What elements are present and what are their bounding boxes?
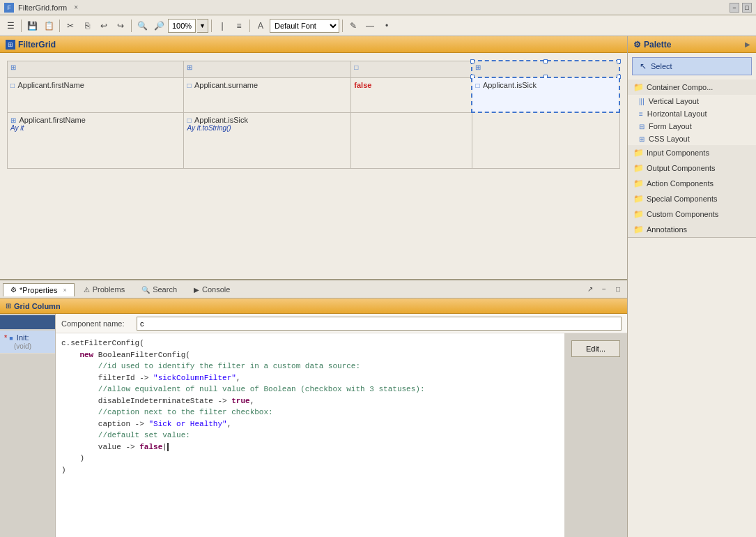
toolbar-draw-btn[interactable]: ✎ bbox=[346, 18, 361, 33]
action-folder-icon: 📁 bbox=[633, 179, 644, 188]
annotations-folder-icon: 📁 bbox=[633, 225, 644, 234]
toolbar-valign-btn[interactable]: ≡ bbox=[231, 18, 247, 33]
palette-select-button[interactable]: ↖ Select bbox=[632, 57, 752, 75]
toolbar-font-a-btn[interactable]: A bbox=[253, 18, 268, 33]
header-icon-3: □ bbox=[354, 63, 358, 71]
component-name-input[interactable] bbox=[137, 317, 622, 331]
toolbar-saveas-btn[interactable]: 📋 bbox=[41, 18, 56, 33]
header-cell-4-selected[interactable]: ⊞ bbox=[472, 61, 619, 77]
data-cell-2-2[interactable]: □ Applicant.isSick Ay it.toString() bbox=[184, 112, 351, 168]
code-line-11: ) bbox=[61, 453, 559, 464]
props-left-panel: * ■ Init: (void) bbox=[0, 314, 56, 537]
main-container: ⊞ FilterGrid ⊞ ⊞ □ ⊞ bbox=[0, 36, 756, 537]
cell-text-1-1: Applicant.firstName bbox=[18, 81, 84, 89]
cell-icon-2-2: □ bbox=[187, 116, 191, 124]
grid-data-row-2: ⊞ Applicant.firstName Ay it □ Applicant.… bbox=[8, 112, 620, 168]
custom-category-label: Custom Components bbox=[647, 210, 718, 218]
code-line-5: //allow equivalent of null value of Bool… bbox=[61, 384, 559, 395]
toolbar-cut-btn[interactable]: ✂ bbox=[63, 18, 78, 33]
toolbar-point-btn[interactable]: • bbox=[379, 18, 394, 33]
palette-title-text: Palette bbox=[644, 40, 671, 50]
panel-minimize-btn[interactable]: − bbox=[598, 283, 610, 296]
sep2 bbox=[59, 20, 60, 32]
title-close-icon[interactable]: × bbox=[74, 3, 78, 11]
section-header-title: Grid Column bbox=[14, 302, 61, 310]
input-category-header[interactable]: 📁 Input Components bbox=[628, 145, 756, 160]
toolbar-zoom-out-btn[interactable]: 🔎 bbox=[151, 18, 167, 33]
toolbar-menu-btn[interactable]: ☰ bbox=[3, 18, 18, 33]
props-item-init[interactable]: * ■ Init: (void) bbox=[0, 331, 55, 354]
code-line-4: filterId -> "sickColumnFilter", bbox=[61, 372, 559, 384]
panel-popout-btn[interactable]: ↗ bbox=[584, 283, 596, 296]
special-category-header[interactable]: 📁 Special Components bbox=[628, 191, 756, 206]
tab-problems[interactable]: ⚠ Problems bbox=[76, 282, 132, 296]
panel-maximize-btn[interactable]: □ bbox=[612, 283, 624, 296]
grid-header-row: ⊞ ⊞ □ ⊞ bbox=[8, 61, 620, 77]
sep5 bbox=[249, 20, 250, 32]
input-category-label: Input Components bbox=[647, 149, 709, 157]
zoom-dropdown[interactable]: ▼ bbox=[197, 19, 208, 33]
resize-handle-tl[interactable] bbox=[470, 59, 475, 63]
toolbar-line-btn[interactable]: — bbox=[362, 18, 378, 33]
title-bar: F FilterGrid.form × − □ bbox=[0, 0, 756, 15]
custom-category-header[interactable]: 📁 Custom Components bbox=[628, 206, 756, 222]
data-cell-1-2[interactable]: □ Applicant.surname bbox=[184, 77, 351, 112]
edit-button[interactable]: Edit... bbox=[571, 340, 620, 357]
resize-handle-t[interactable] bbox=[543, 59, 548, 63]
tab-search[interactable]: 🔍 Search bbox=[134, 282, 185, 296]
action-category-header[interactable]: 📁 Action Components bbox=[628, 176, 756, 191]
maximize-button[interactable]: □ bbox=[742, 3, 752, 13]
category-header-container[interactable]: 📁 Container Compo... bbox=[628, 80, 756, 95]
toolbar-zoom-in-btn[interactable]: 🔍 bbox=[134, 18, 150, 33]
zoom-input[interactable]: 100% bbox=[168, 19, 196, 33]
cell-text-2-2: Applicant.isSick bbox=[194, 116, 248, 124]
edit-btn-container: Edit... bbox=[564, 333, 627, 537]
code-editor[interactable]: c.setFilterConfig( new BooleanFilterConf… bbox=[56, 333, 564, 537]
output-folder-icon: 📁 bbox=[633, 163, 644, 173]
palette-item-css-layout[interactable]: ⊞ CSS Layout bbox=[628, 133, 756, 145]
palette-arrow-btn[interactable]: ▶ bbox=[745, 40, 750, 48]
tab-properties[interactable]: ⚙ *Properties × bbox=[3, 283, 75, 296]
code-line-12: ) bbox=[61, 464, 559, 476]
sep4 bbox=[211, 20, 212, 32]
data-cell-2-1[interactable]: ⊞ Applicant.firstName Ay it bbox=[8, 112, 184, 168]
data-cell-1-1[interactable]: □ Applicant.firstName bbox=[8, 77, 184, 112]
code-line-3: //id used to identify the filter in a cu… bbox=[61, 361, 559, 372]
data-cell-1-3[interactable]: false bbox=[351, 77, 472, 112]
tab-console[interactable]: ▶ Console bbox=[186, 282, 238, 296]
grid-data-row-1: □ Applicant.firstName □ Applicant.surnam… bbox=[8, 77, 620, 112]
resize-handle-tr[interactable] bbox=[617, 59, 621, 63]
toolbar-redo-btn[interactable]: ↪ bbox=[113, 18, 128, 33]
props-tab-label: *Properties bbox=[20, 286, 57, 294]
toolbar-save-btn[interactable]: 💾 bbox=[24, 18, 40, 33]
palette-item-vertical-layout[interactable]: ||| Vertical Layout bbox=[628, 95, 756, 107]
action-category-label: Action Components bbox=[647, 179, 713, 188]
code-line-1: c.setFilterConfig( bbox=[61, 338, 559, 349]
form-layout-label: Form Layout bbox=[649, 122, 692, 130]
palette-item-form-layout[interactable]: ⊟ Form Layout bbox=[628, 120, 756, 133]
container-folder-icon: 📁 bbox=[633, 82, 644, 92]
bottom-panel: ⚙ *Properties × ⚠ Problems 🔍 Search ▶ Co… bbox=[0, 279, 627, 537]
output-category-label: Output Components bbox=[647, 164, 715, 172]
minimize-button[interactable]: − bbox=[730, 3, 739, 13]
font-select[interactable]: Default Font bbox=[270, 19, 339, 33]
cell-sub-2-1: Ay it bbox=[10, 124, 180, 132]
palette-item-horizontal-layout[interactable]: ≡ Horizontal Layout bbox=[628, 107, 756, 120]
output-category-header[interactable]: 📁 Output Components bbox=[628, 160, 756, 176]
code-line-2: new BooleanFilterConfig( bbox=[61, 349, 559, 361]
select-cursor-icon: ↖ bbox=[640, 61, 647, 71]
props-tab-close[interactable]: × bbox=[63, 287, 66, 294]
grid-table: ⊞ ⊞ □ ⊞ bbox=[7, 60, 620, 169]
toolbar-align-btn[interactable]: | bbox=[215, 18, 230, 33]
search-tab-label: Search bbox=[153, 285, 177, 294]
palette-gear-icon: ⚙ bbox=[633, 40, 641, 50]
props-section-header: ⊞ Grid Column bbox=[0, 298, 627, 314]
data-cell-2-3[interactable] bbox=[351, 112, 472, 168]
custom-folder-icon: 📁 bbox=[633, 209, 644, 219]
annotations-category-header[interactable]: 📁 Annotations bbox=[628, 222, 756, 237]
toolbar-undo-btn[interactable]: ↩ bbox=[96, 18, 111, 33]
data-cell-2-4[interactable] bbox=[472, 112, 619, 168]
problems-tab-label: Problems bbox=[93, 285, 125, 294]
data-cell-1-4-selected[interactable]: □ Applicant.isSick bbox=[472, 77, 619, 112]
toolbar-copy-btn[interactable]: ⎘ bbox=[79, 18, 95, 33]
